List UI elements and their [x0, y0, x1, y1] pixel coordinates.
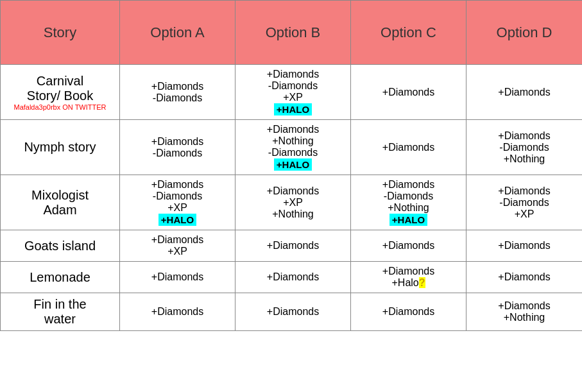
table-row: Fin in thewater+Diamonds+Diamonds+Diamon… — [1, 293, 583, 331]
table-row: CarnivalStory/ BookMafalda3p0rbx ON TWIT… — [1, 65, 583, 120]
header-option-a: Option A — [120, 1, 235, 65]
option-a-cell: +Diamonds — [120, 262, 235, 293]
table-row: Nymph story+Diamonds-Diamonds+Diamonds+N… — [1, 120, 583, 175]
option-d-cell: +Diamonds — [466, 230, 583, 262]
option-c-cell: +Diamonds — [351, 65, 466, 120]
option-b-cell: +Diamonds — [235, 293, 351, 331]
option-d-cell: +Diamonds — [466, 262, 583, 293]
option-a-cell: +Diamonds+XP — [120, 230, 235, 262]
option-b-cell: +Diamonds-Diamonds+XP+HALO — [235, 65, 351, 120]
option-c-cell: +Diamonds-Diamonds+Nothing+HALO — [351, 175, 466, 230]
option-d-cell: +Diamonds — [466, 65, 583, 120]
option-d-cell: +Diamonds+Nothing — [466, 293, 583, 331]
option-a-cell: +Diamonds-Diamonds+XP+HALO — [120, 175, 235, 230]
header-option-d: Option D — [466, 1, 583, 65]
twitter-credit: Mafalda3p0rbx ON TWITTER — [3, 103, 117, 111]
option-c-cell: +Diamonds — [351, 293, 466, 331]
option-b-cell: +Diamonds — [235, 230, 351, 262]
story-name: CarnivalStory/ BookMafalda3p0rbx ON TWIT… — [1, 65, 120, 120]
header-story: Story — [1, 1, 120, 65]
option-b-cell: +Diamonds+XP+Nothing — [235, 175, 351, 230]
story-name: Goats island — [1, 230, 120, 262]
option-a-cell: +Diamonds — [120, 293, 235, 331]
header-option-c: Option C — [351, 1, 466, 65]
option-b-cell: +Diamonds — [235, 262, 351, 293]
option-a-cell: +Diamonds-Diamonds — [120, 120, 235, 175]
story-name: MixologistAdam — [1, 175, 120, 230]
story-name: Nymph story — [1, 120, 120, 175]
option-d-cell: +Diamonds-Diamonds+Nothing — [466, 120, 583, 175]
story-name: Fin in thewater — [1, 293, 120, 331]
option-c-cell: +Diamonds+Halo? — [351, 262, 466, 293]
header-option-b: Option B — [235, 1, 351, 65]
option-b-cell: +Diamonds+Nothing-Diamonds+HALO — [235, 120, 351, 175]
table-row: Lemonade+Diamonds+Diamonds+Diamonds+Halo… — [1, 262, 583, 293]
option-a-cell: +Diamonds-Diamonds — [120, 65, 235, 120]
option-c-cell: +Diamonds — [351, 120, 466, 175]
option-c-cell: +Diamonds — [351, 230, 466, 262]
table-row: Goats island+Diamonds+XP+Diamonds+Diamon… — [1, 230, 583, 262]
story-name: Lemonade — [1, 262, 120, 293]
table-row: MixologistAdam+Diamonds-Diamonds+XP+HALO… — [1, 175, 583, 230]
option-d-cell: +Diamonds-Diamonds+XP — [466, 175, 583, 230]
